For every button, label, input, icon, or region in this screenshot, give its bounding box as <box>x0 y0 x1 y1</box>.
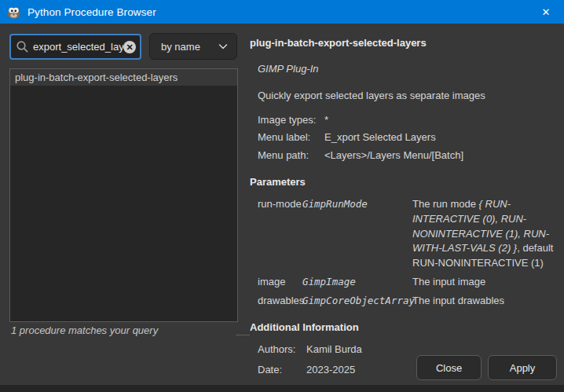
window-bottom-edge <box>0 385 564 392</box>
search-filter-dropdown[interactable]: by name <box>149 33 237 60</box>
param-type: GimpImage <box>302 275 412 290</box>
clear-search-icon[interactable]: ✕ <box>123 41 136 53</box>
info-label: Menu label: <box>258 130 324 145</box>
param-name: drawables <box>258 294 302 309</box>
param-description: The run mode { RUN-INTERACTIVE (0), RUN-… <box>412 197 558 271</box>
list-item-procedure[interactable]: plug-in-batch-export-selected-layers <box>10 69 237 86</box>
close-button[interactable]: Close <box>416 355 482 380</box>
param-type: GimpRunMode <box>302 197 412 271</box>
info-value: E_xport Selected Layers <box>324 130 558 145</box>
info-value: * <box>324 113 558 128</box>
apply-button[interactable]: Apply <box>488 355 557 380</box>
python-procedure-browser-window: Python Procedure Browser ✕ ✕ by name plu… <box>0 0 564 392</box>
parameters-table: run-mode GimpRunMode The run mode { RUN-… <box>258 197 558 309</box>
info-label: Menu path: <box>258 148 324 163</box>
search-status-text: 1 procedure matches your query <box>11 324 158 336</box>
procedure-list: plug-in-batch-export-selected-layers <box>9 68 238 322</box>
titlebar: Python Procedure Browser ✕ <box>0 0 564 24</box>
procedure-name-heading: plug-in-batch-export-selected-layers <box>250 36 558 51</box>
gimp-wilber-icon <box>6 4 22 20</box>
window-title: Python Procedure Browser <box>27 6 156 18</box>
procedure-type: GIMP Plug-In <box>258 62 558 77</box>
dropdown-selected-value: by name <box>161 41 218 53</box>
parameters-heading: Parameters <box>250 175 558 190</box>
additional-label: Authors: <box>258 343 306 357</box>
procedure-blurb: Quickly export selected layers as separa… <box>258 89 558 104</box>
chevron-down-icon <box>218 42 229 51</box>
param-name: run-mode <box>258 197 302 271</box>
search-icon <box>16 40 29 53</box>
procedure-info-table: Image types: * Menu label: E_xport Selec… <box>258 113 558 164</box>
search-input[interactable] <box>33 41 123 53</box>
param-description: The input drawables <box>412 294 558 309</box>
info-label: Image types: <box>258 113 324 128</box>
procedure-details-pane: plug-in-batch-export-selected-layers GIM… <box>250 36 558 377</box>
procedure-search-box: ✕ <box>9 34 141 60</box>
param-description: The input image <box>412 275 558 290</box>
window-close-button[interactable]: ✕ <box>528 0 564 24</box>
param-name: image <box>258 275 302 290</box>
additional-label: Date: <box>258 363 306 378</box>
pane-resize-handle[interactable] <box>236 335 250 335</box>
info-value: <Layers>/Layers Menu/[Batch] <box>324 148 558 163</box>
additional-info-heading: Additional Information <box>250 321 558 335</box>
param-type: GimpCoreObjectArray <box>302 294 412 309</box>
